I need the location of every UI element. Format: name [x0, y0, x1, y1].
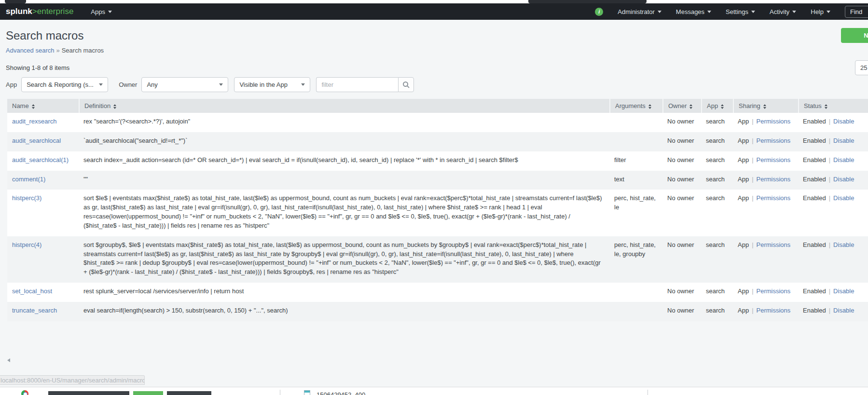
- sort-icon: [763, 104, 766, 109]
- taskbar-file-label: 1506429452_400: [317, 391, 365, 395]
- breadcrumb-advanced-search-link[interactable]: Advanced search: [6, 47, 54, 54]
- info-icon[interactable]: i: [595, 8, 603, 16]
- macro-owner: No owner: [662, 283, 701, 302]
- macro-definition: `audit_searchlocal("search_id!=rt_*")`: [79, 132, 609, 151]
- breadcrumb: Advanced search»Search macros: [6, 47, 868, 54]
- macro-name-link[interactable]: histperc(3): [12, 194, 41, 202]
- macro-status-cell: Enabled|Disable: [798, 302, 868, 321]
- chevron-down-icon: [108, 11, 112, 13]
- taskbar-divider: [280, 390, 280, 395]
- browser-status-url: localhost:8000/en-US/manager/search/admi…: [0, 375, 145, 385]
- macro-arguments: perc, hist_rate, le, groupby: [609, 236, 662, 283]
- macro-name-link[interactable]: truncate_search: [12, 307, 57, 314]
- permissions-link[interactable]: Permissions: [757, 118, 791, 125]
- macro-status-cell: Enabled|Disable: [798, 236, 868, 283]
- column-header-sharing[interactable]: Sharing: [733, 99, 798, 113]
- macro-arguments: [609, 113, 662, 132]
- administrator-menu[interactable]: Administrator: [618, 8, 661, 15]
- disable-link[interactable]: Disable: [833, 137, 854, 144]
- pipe-separator: |: [829, 194, 830, 202]
- column-header-owner[interactable]: Owner: [662, 99, 701, 113]
- macro-name-link[interactable]: audit_searchlocal: [12, 137, 61, 144]
- new-search-macro-button[interactable]: New Search Macro: [841, 28, 868, 43]
- per-page-select[interactable]: 25: [855, 60, 868, 75]
- column-header-label: Definition: [84, 102, 110, 109]
- hscroll-left-arrow-icon[interactable]: [7, 358, 10, 362]
- filter-search-button[interactable]: [398, 77, 414, 92]
- macro-definition: search index=_audit action=search (id=* …: [79, 151, 609, 171]
- column-header-app[interactable]: App: [701, 99, 733, 113]
- apps-menu[interactable]: Apps: [91, 8, 112, 15]
- macro-name-link[interactable]: audit_searchlocal(1): [12, 156, 69, 163]
- column-header-arguments[interactable]: Arguments: [609, 99, 662, 113]
- owner-filter-dropdown[interactable]: Any: [141, 77, 228, 92]
- disable-link[interactable]: Disable: [833, 287, 854, 295]
- taskbar-divider: [648, 390, 648, 395]
- per-page-value: 25: [860, 64, 867, 71]
- macro-sharing-cell: App|Permissions: [733, 190, 798, 236]
- sharing-app-label: App: [738, 241, 749, 248]
- settings-menu[interactable]: Settings: [726, 8, 755, 15]
- table-row: histperc(4) sort $groupby$, $le$ | event…: [7, 236, 868, 283]
- permissions-link[interactable]: Permissions: [757, 176, 791, 183]
- macro-sharing-cell: App|Permissions: [733, 113, 798, 132]
- disable-link[interactable]: Disable: [833, 194, 854, 202]
- messages-menu-label: Messages: [676, 8, 704, 15]
- breadcrumb-current: Search macros: [62, 47, 104, 54]
- permissions-link[interactable]: Permissions: [757, 194, 791, 202]
- permissions-link[interactable]: Permissions: [757, 287, 791, 295]
- activity-menu[interactable]: Activity: [770, 8, 796, 15]
- chrome-icon[interactable]: [21, 390, 28, 395]
- disable-link[interactable]: Disable: [833, 241, 854, 248]
- disable-link[interactable]: Disable: [833, 156, 854, 163]
- macro-sharing-cell: App|Permissions: [733, 151, 798, 171]
- find-input[interactable]: Find: [845, 6, 868, 18]
- chevron-down-icon: [301, 83, 305, 86]
- macro-name-link[interactable]: audit_rexsearch: [12, 118, 57, 125]
- pipe-separator: |: [752, 241, 753, 248]
- sharing-app-label: App: [738, 307, 749, 314]
- help-menu[interactable]: Help: [811, 8, 830, 15]
- sort-icon: [113, 104, 116, 109]
- pipe-separator: |: [829, 156, 830, 163]
- macros-table-body: audit_rexsearch rex "search='(?<search>.…: [7, 113, 868, 321]
- filter-input[interactable]: [316, 77, 398, 92]
- permissions-link[interactable]: Permissions: [757, 156, 791, 163]
- activity-menu-label: Activity: [770, 8, 789, 15]
- macro-sharing-cell: App|Permissions: [733, 132, 798, 151]
- permissions-link[interactable]: Permissions: [757, 137, 791, 144]
- status-enabled-label: Enabled: [803, 287, 826, 295]
- macro-app: search: [701, 171, 733, 190]
- permissions-link[interactable]: Permissions: [757, 307, 791, 314]
- disable-link[interactable]: Disable: [833, 176, 854, 183]
- macro-status-cell: Enabled|Disable: [798, 283, 868, 302]
- permissions-link[interactable]: Permissions: [757, 241, 791, 248]
- status-enabled-label: Enabled: [803, 241, 826, 248]
- browser-tab-fragment: [5, 0, 26, 3]
- macro-name-link[interactable]: comment(1): [12, 176, 45, 183]
- disable-link[interactable]: Disable: [833, 307, 854, 314]
- app-filter-dropdown[interactable]: Search & Reporting (s...: [21, 77, 108, 92]
- splunk-logo[interactable]: splunk>enterprise: [6, 7, 73, 16]
- sharing-app-label: App: [738, 176, 749, 183]
- macro-name-link[interactable]: set_local_host: [12, 287, 52, 295]
- table-row: histperc(3) sort $le$ | eventstats max($…: [7, 190, 868, 236]
- chevron-down-icon: [707, 11, 711, 13]
- pipe-separator: |: [752, 307, 753, 314]
- disable-link[interactable]: Disable: [833, 118, 854, 125]
- administrator-menu-label: Administrator: [618, 8, 655, 15]
- pipe-separator: |: [829, 176, 830, 183]
- column-header-definition[interactable]: Definition: [79, 99, 609, 113]
- macro-arguments: [609, 283, 662, 302]
- text-file-icon[interactable]: [304, 390, 310, 395]
- filter-bar: App Search & Reporting (s... Owner Any V…: [6, 77, 868, 92]
- visibility-filter-dropdown[interactable]: Visible in the App: [234, 77, 310, 92]
- macro-arguments: text: [609, 171, 662, 190]
- column-header-name[interactable]: Name: [7, 99, 79, 113]
- column-header-status[interactable]: Status: [798, 99, 868, 113]
- messages-menu[interactable]: Messages: [676, 8, 711, 15]
- macro-name-link[interactable]: histperc(4): [12, 241, 41, 248]
- app-filter-value: Search & Reporting (s...: [27, 81, 94, 88]
- macro-owner: No owner: [662, 190, 701, 236]
- macro-app: search: [701, 151, 733, 171]
